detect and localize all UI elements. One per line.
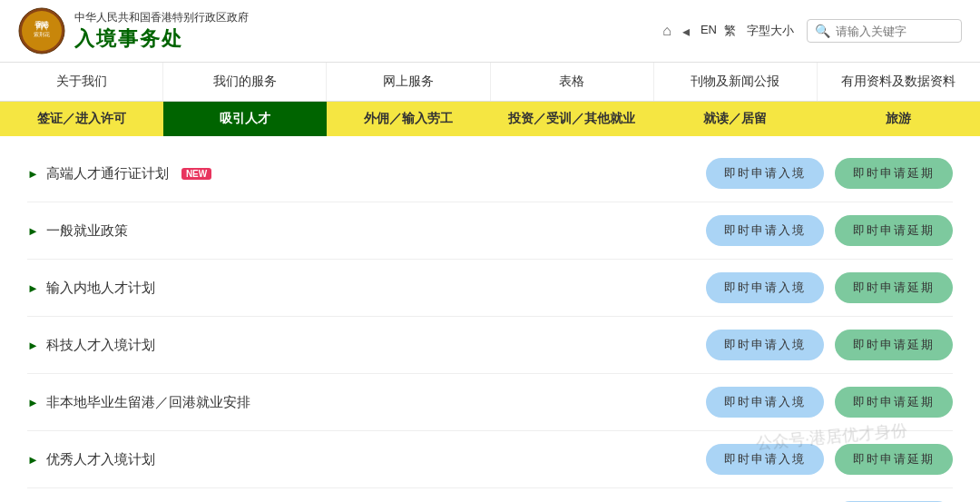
policy-title-1[interactable]: 一般就业政策 [46,222,128,240]
policy-buttons-2: 即时申请入境 即时申请延期 [706,272,953,303]
btn-entry-0[interactable]: 即时申请入境 [706,158,824,189]
lang-links: EN 繁 [701,23,736,39]
arrow-icon-5: ► [27,453,39,467]
main-nav: 关于我们 我们的服务 网上服务 表格 刊物及新闻公报 有用资料及数据资料 [0,63,980,102]
policy-row-1: ► 一般就业政策 即时申请入境 即时申请延期 [27,202,953,260]
policy-left-5: ► 优秀人才入境计划 [27,451,155,468]
sub-nav-investment[interactable]: 投资／受训／其他就业 [490,102,653,136]
policy-row-0: ► 高端人才通行证计划 NEW 即时申请入境 即时申请延期 [27,145,953,202]
sub-nav: 签证／进入许可 吸引人才 外佣／输入劳工 投资／受训／其他就业 就读／居留 旅游 [0,102,980,136]
policy-left-2: ► 输入内地人才计划 [27,280,155,297]
nav-about[interactable]: 关于我们 [0,63,163,101]
btn-extend-4[interactable]: 即时申请延期 [835,387,953,418]
gov-name-text: 中华人民共和国香港特别行政区政府 [74,10,249,25]
svg-text:紫荆花: 紫荆花 [34,32,50,37]
policy-title-0[interactable]: 高端人才通行证计划 [46,165,169,182]
arrow-icon-4: ► [27,396,39,409]
content-area: ► 高端人才通行证计划 NEW 即时申请入境 即时申请延期 ► 一般就业政策 即… [0,136,980,502]
policy-title-2[interactable]: 输入内地人才计划 [46,280,155,297]
btn-entry-2[interactable]: 即时申请入境 [706,272,824,303]
policy-row-4: ► 非本地毕业生留港／回港就业安排 即时申请入境 即时申请延期 [27,374,953,431]
policy-title-3[interactable]: 科技人才入境计划 [46,337,155,354]
btn-extend-0[interactable]: 即时申请延期 [835,158,953,189]
search-icon: 🔍 [815,24,830,38]
nav-forms[interactable]: 表格 [491,63,654,101]
policy-buttons-3: 即时申请入境 即时申请延期 [706,330,953,360]
nav-online-services[interactable]: 网上服务 [327,63,490,101]
header: 香港 紫荆花 中华人民共和国香港特别行政区政府 入境事务处 ⌂ ◂ EN 繁 字… [0,0,980,63]
policy-title-4[interactable]: 非本地毕业生留港／回港就业安排 [46,394,250,411]
btn-extend-3[interactable]: 即时申请延期 [835,330,953,360]
policy-left-0: ► 高端人才通行证计划 NEW [27,165,211,182]
header-left: 香港 紫荆花 中华人民共和国香港特别行政区政府 入境事务处 [18,7,249,54]
dept-name-text: 入境事务处 [74,25,249,53]
btn-entry-3[interactable]: 即时申请入境 [706,330,824,360]
arrow-icon-3: ► [27,339,39,352]
policy-row-5: ► 优秀人才入境计划 即时申请入境 即时申请延期 [27,431,953,488]
sub-nav-tourism[interactable]: 旅游 [817,102,980,136]
policy-row-2: ► 输入内地人才计划 即时申请入境 即时申请延期 [27,260,953,317]
nav-services[interactable]: 我们的服务 [163,63,327,101]
govt-emblem: 香港 紫荆花 [18,7,65,54]
sub-nav-study[interactable]: 就读／居留 [653,102,817,136]
share-icon[interactable]: ◂ [682,23,690,40]
policy-buttons-1: 即时申请入境 即时申请延期 [706,215,953,246]
policy-left-4: ► 非本地毕业生留港／回港就业安排 [27,394,250,411]
header-title: 中华人民共和国香港特别行政区政府 入境事务处 [74,10,249,53]
policy-buttons-4: 即时申请入境 即时申请延期 [706,387,953,418]
btn-entry-1[interactable]: 即时申请入境 [706,215,824,246]
font-size-control[interactable]: 字型大小 [747,23,794,39]
nav-resources[interactable]: 有用资料及数据资料 [818,63,980,101]
search-input[interactable] [836,25,954,38]
policy-buttons-5: 即时申请入境 即时申请延期 [706,444,953,475]
lang-trad[interactable]: 繁 [724,23,736,39]
policy-left-1: ► 一般就业政策 [27,222,128,240]
home-icon[interactable]: ⌂ [662,23,671,39]
arrow-icon-1: ► [27,224,39,238]
nav-publications[interactable]: 刊物及新闻公报 [654,63,818,101]
arrow-icon-2: ► [27,281,39,295]
policy-row-3: ► 科技人才入境计划 即时申请入境 即时申请延期 [27,317,953,374]
header-right: ⌂ ◂ EN 繁 字型大小 🔍 [662,19,962,43]
btn-entry-4[interactable]: 即时申请入境 [706,387,824,418]
policy-row-6: ► 输入中国籍香港永久性居民第二代计划 即时申请入境 [27,488,953,502]
sub-nav-visa[interactable]: 签证／进入许可 [0,102,163,136]
policy-left-3: ► 科技人才入境计划 [27,337,155,354]
btn-extend-1[interactable]: 即时申请延期 [835,215,953,246]
sub-nav-talent[interactable]: 吸引人才 [163,102,327,136]
header-icons: ⌂ ◂ EN 繁 字型大小 [662,23,794,40]
btn-extend-2[interactable]: 即时申请延期 [835,272,953,303]
new-badge-0: NEW [181,168,211,180]
lang-en[interactable]: EN [701,23,717,39]
sub-nav-domestic[interactable]: 外佣／输入劳工 [327,102,490,136]
btn-entry-5[interactable]: 即时申请入境 [706,444,824,475]
btn-extend-5[interactable]: 即时申请延期 [835,444,953,475]
arrow-icon-0: ► [27,167,39,181]
search-box: 🔍 [807,19,962,43]
policy-buttons-0: 即时申请入境 即时申请延期 [706,158,953,189]
policy-title-5[interactable]: 优秀人才入境计划 [46,451,155,468]
